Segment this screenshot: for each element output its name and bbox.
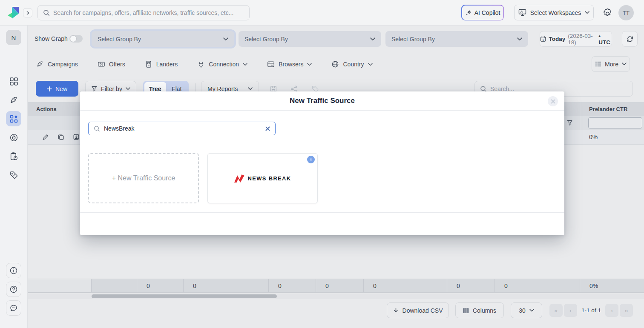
more-tabs-button[interactable]: More	[592, 56, 630, 72]
duplicate-icon[interactable]	[58, 134, 64, 140]
select-workspaces-button[interactable]: Select Workspaces	[514, 5, 594, 20]
tab-label: Connection	[209, 61, 239, 68]
chevron-down-icon	[370, 37, 375, 41]
summary-cell: 0	[447, 279, 495, 292]
tab-country[interactable]: Country	[331, 60, 372, 68]
global-search-input[interactable]	[53, 9, 244, 16]
summary-cell: 0	[137, 279, 184, 292]
date-primary: Today	[549, 36, 565, 42]
chevron-down-icon	[517, 37, 522, 41]
sidebar-item-connections[interactable]	[6, 130, 21, 145]
chevron-down-icon	[223, 37, 228, 41]
chevron-down-icon	[368, 63, 373, 66]
tab-label: Landers	[156, 61, 178, 68]
refresh-button[interactable]	[622, 31, 638, 47]
group-by-select-2[interactable]: Select Group By	[239, 31, 381, 47]
modal-footer-divider	[80, 212, 564, 213]
funnel-icon[interactable]	[566, 120, 573, 126]
settings-gear-icon[interactable]	[602, 7, 613, 19]
show-graph-toggle[interactable]	[69, 35, 83, 43]
summary-cell: 0%	[580, 279, 644, 292]
edit-pencil-icon[interactable]	[42, 134, 49, 140]
search-icon	[94, 125, 100, 132]
download-csv-button[interactable]: Download CSV	[387, 302, 449, 318]
clear-search-button[interactable]	[265, 126, 270, 131]
sidebar-item-dashboard[interactable]	[6, 74, 21, 89]
info-icon	[9, 266, 18, 275]
sidebar-item-traffic-sources[interactable]	[6, 111, 21, 126]
modal-close-button[interactable]	[548, 96, 558, 106]
plug-circle-icon	[9, 133, 18, 142]
chevron-down-icon	[243, 63, 247, 66]
new-traffic-source-card[interactable]: + New Traffic Source	[88, 153, 199, 203]
page-size-dropdown[interactable]: 30	[511, 302, 542, 318]
pagination-prev-button[interactable]: ‹	[564, 304, 577, 317]
summary-cell: 0	[269, 279, 316, 292]
show-graph-label: Show Graph	[34, 35, 68, 42]
chevron-down-icon	[622, 63, 627, 66]
workspace-initial: N	[12, 34, 16, 41]
sidebar-chat-button[interactable]	[6, 300, 21, 316]
pagination-range: 1-1 of 1	[580, 307, 602, 314]
prelander-ctr-filter-input[interactable]	[588, 117, 642, 128]
summary-cell: 0	[316, 279, 364, 292]
global-search	[37, 5, 250, 20]
newsbreak-logo-icon	[234, 174, 244, 183]
sidebar-expand-button[interactable]	[23, 8, 32, 17]
ai-copilot-label: AI Copilot	[474, 9, 500, 16]
double-chevron-left-icon: «	[554, 307, 558, 314]
left-sidebar: N	[0, 26, 28, 328]
group-by-select-1[interactable]: Select Group By	[92, 31, 234, 47]
group-by-select-3[interactable]: Select Group By	[385, 31, 528, 47]
tab-browsers[interactable]: Browsers	[267, 60, 312, 68]
new-button[interactable]: New	[36, 81, 78, 97]
newsbreak-template-card[interactable]: NEWS BREAK i	[207, 153, 318, 203]
ai-copilot-button[interactable]: AI Copilot	[461, 5, 504, 20]
traffic-source-search-input[interactable]: NewsBreak	[104, 125, 135, 132]
horizontal-scrollbar[interactable]	[28, 294, 644, 299]
tab-offers[interactable]: Offers	[98, 60, 125, 68]
rocket-icon	[9, 96, 18, 105]
avatar-initials: TT	[623, 10, 630, 16]
modal-header: New Traffic Source	[80, 91, 564, 111]
chat-icon	[9, 304, 18, 312]
sidebar-item-reports[interactable]	[6, 148, 21, 164]
refresh-icon	[626, 35, 634, 43]
chevron-down-icon	[126, 87, 130, 90]
dimension-tabs: Campaigns Offers Landers Connection Brow…	[36, 54, 373, 74]
close-icon	[551, 99, 555, 104]
pagination-next-button[interactable]: ›	[605, 304, 618, 317]
columns-button[interactable]: Columns	[455, 302, 504, 318]
summary-cell: 0	[184, 279, 269, 292]
tab-landers[interactable]: Landers	[145, 60, 178, 68]
pagination-last-button[interactable]: »	[620, 304, 633, 317]
column-header-prelander-ctr[interactable]: Prelander CTR	[580, 102, 644, 116]
plus-icon	[47, 86, 52, 91]
rocket-icon	[36, 60, 44, 68]
sidebar-info-button[interactable]	[6, 263, 21, 278]
user-avatar[interactable]: TT	[618, 5, 634, 20]
plug-icon	[197, 60, 205, 68]
workspace-badge[interactable]: N	[6, 30, 21, 45]
more-label: More	[605, 61, 618, 68]
archive-download-icon[interactable]	[73, 134, 80, 140]
pagination-first-button[interactable]: «	[549, 304, 563, 317]
sidebar-help-button[interactable]	[6, 282, 21, 297]
traffic-sources-icon	[9, 114, 18, 123]
sidebar-item-campaigns[interactable]	[6, 92, 21, 108]
chevron-down-icon	[307, 63, 312, 66]
group-by-1-value: Select Group By	[98, 36, 141, 43]
chevron-right-icon: ›	[611, 307, 613, 314]
sidebar-item-tags[interactable]	[6, 167, 21, 183]
date-range-button[interactable]: 1 Today (2026-03-18) • UTC	[540, 31, 612, 47]
traffic-source-search[interactable]: NewsBreak	[88, 122, 276, 135]
tab-connection[interactable]: Connection	[197, 60, 247, 68]
newsbreak-template-label: NEWS BREAK	[248, 175, 291, 182]
info-badge-icon[interactable]: i	[307, 156, 315, 163]
app-logo-icon	[6, 6, 20, 20]
row-cell-prelander-ctr: 0%	[580, 130, 644, 144]
horizontal-scrollbar-thumb[interactable]	[92, 294, 277, 298]
chevron-down-icon	[585, 11, 589, 14]
columns-label: Columns	[473, 307, 496, 314]
tab-campaigns[interactable]: Campaigns	[36, 60, 78, 68]
